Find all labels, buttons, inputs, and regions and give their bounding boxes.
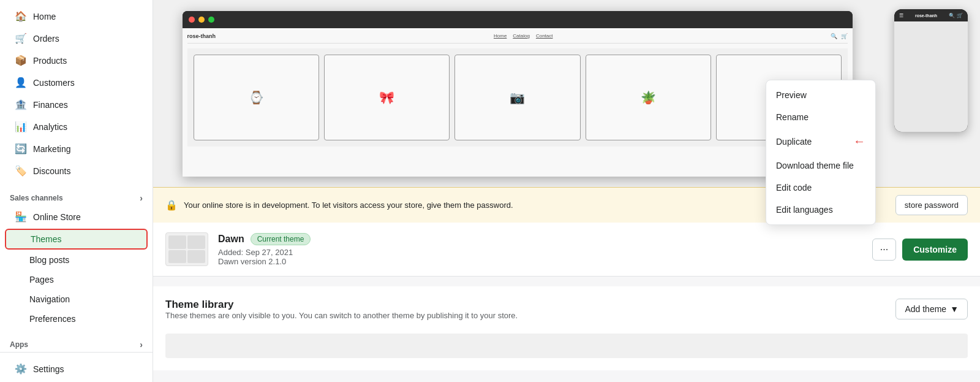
main-nav: 🏠 Home 🛒 Orders 📦 Products 👤 Customers 🏦…: [0, 0, 153, 182]
phone-header: ☰ rose-thanh 🔍 🛒: [894, 9, 968, 21]
site-nav-contact: Contact: [536, 33, 553, 39]
sidebar-item-marketing[interactable]: 🔄 Marketing: [5, 138, 148, 159]
context-menu-preview[interactable]: Preview: [766, 84, 875, 106]
sidebar: 🏠 Home 🛒 Orders 📦 Products 👤 Customers 🏦…: [0, 0, 153, 382]
phone-logo: rose-thanh: [915, 13, 937, 18]
sidebar-subitem-navigation[interactable]: Navigation: [5, 290, 148, 308]
add-theme-button[interactable]: Add theme ▼: [895, 299, 968, 319]
sidebar-item-products[interactable]: 📦 Products: [5, 50, 148, 71]
mock-site-header: rose-thanh Home Catalog Contact 🔍 🛒: [187, 33, 848, 44]
theme-added: Added: Sep 27, 2021: [218, 248, 862, 257]
discounts-icon: 🏷️: [15, 165, 27, 177]
dev-banner-message: Your online store is in development. To …: [184, 201, 513, 210]
sketch-watch: ⌚: [194, 55, 319, 140]
customize-button[interactable]: Customize: [902, 239, 968, 261]
mock-browser: rose-thanh Home Catalog Contact 🔍 🛒: [183, 11, 853, 177]
sidebar-item-settings[interactable]: ⚙️ Settings: [5, 358, 148, 380]
sidebar-item-discounts[interactable]: 🏷️ Discounts: [5, 160, 148, 181]
theme-name-row: Dawn Current theme: [218, 233, 862, 245]
chevron-right-icon[interactable]: ›: [140, 193, 143, 203]
theme-thumbnail: [165, 232, 208, 266]
main-content: rose-thanh Home Catalog Contact 🔍 🛒: [153, 0, 980, 382]
customers-icon: 👤: [15, 77, 27, 88]
site-nav: Home Catalog Contact: [494, 33, 553, 39]
sketched-items: ⌚ 🎀 📷 🪴 💿: [187, 48, 848, 147]
theme-library-title-group: Theme library These themes are only visi…: [165, 299, 518, 330]
theme-library-title: Theme library: [165, 299, 518, 311]
duplicate-arrow: ←: [853, 134, 865, 148]
sidebar-item-customers[interactable]: 👤 Customers: [5, 72, 148, 93]
sketch-camera: 📷: [454, 55, 580, 140]
online-store-icon: 🏪: [15, 211, 27, 223]
sidebar-label-products: Products: [33, 56, 67, 66]
phone-search-icon: 🔍: [949, 13, 955, 18]
context-menu-edit-languages[interactable]: Edit languages: [766, 199, 875, 221]
orders-icon: 🛒: [15, 32, 27, 44]
theme-library-description: These themes are only visible to you. Yo…: [165, 311, 518, 320]
browser-dot-yellow: [198, 17, 205, 23]
store-password-button[interactable]: store password: [895, 195, 968, 215]
sidebar-item-finances[interactable]: 🏦 Finances: [5, 94, 148, 115]
lock-icon: 🔒: [165, 199, 178, 211]
marketing-icon: 🔄: [15, 143, 27, 155]
add-theme-dropdown-icon: ▼: [950, 304, 959, 314]
sidebar-subitem-blog-posts[interactable]: Blog posts: [5, 251, 148, 269]
finances-icon: 🏦: [15, 99, 27, 110]
sales-channels-section: Sales channels ›: [0, 187, 153, 205]
sidebar-subitem-preferences[interactable]: Preferences: [5, 310, 148, 328]
context-menu-edit-code[interactable]: Edit code: [766, 177, 875, 199]
context-menu-download[interactable]: Download theme file: [766, 155, 875, 177]
theme-preview-area: rose-thanh Home Catalog Contact 🔍 🛒: [153, 0, 980, 187]
sidebar-bottom: ⚙️ Settings: [0, 352, 153, 382]
context-menu-duplicate[interactable]: Duplicate ←: [766, 128, 875, 155]
add-theme-label: Add theme: [905, 304, 946, 314]
mobile-preview: ☰ rose-thanh 🔍 🛒: [882, 0, 980, 187]
theme-library: Theme library These themes are only visi…: [153, 286, 980, 370]
more-options-button[interactable]: ···: [872, 239, 896, 261]
current-theme-badge: Current theme: [251, 233, 311, 245]
sidebar-label-discounts: Discounts: [33, 166, 70, 176]
sidebar-label-marketing: Marketing: [33, 144, 70, 154]
phone-content: [894, 21, 968, 132]
sidebar-sublabel-navigation: Navigation: [29, 294, 70, 304]
current-theme-row: Dawn Current theme Added: Sep 27, 2021 D…: [153, 223, 980, 277]
products-icon: 📦: [15, 55, 27, 66]
apps-chevron-icon[interactable]: ›: [140, 340, 143, 350]
theme-info: Dawn Current theme Added: Sep 27, 2021 D…: [218, 233, 862, 266]
home-icon: 🏠: [15, 10, 27, 22]
phone-menu-icon: ☰: [899, 13, 903, 18]
sidebar-label-online-store: Online Store: [33, 212, 81, 222]
browser-content: rose-thanh Home Catalog Contact 🔍 🛒: [183, 28, 853, 177]
sketch-pot: 🪴: [586, 55, 711, 140]
sidebar-subitem-themes[interactable]: Themes: [5, 229, 148, 250]
settings-icon: ⚙️: [15, 363, 27, 375]
sidebar-label-analytics: Analytics: [33, 122, 67, 132]
sidebar-item-home[interactable]: 🏠 Home: [5, 6, 148, 27]
site-nav-home: Home: [494, 33, 507, 39]
mock-phone: ☰ rose-thanh 🔍 🛒: [894, 9, 968, 132]
sidebar-sublabel-blog-posts: Blog posts: [29, 255, 69, 265]
sidebar-sublabel-pages: Pages: [29, 275, 54, 285]
browser-dot-green: [208, 17, 214, 23]
sales-channels-label: Sales channels: [10, 194, 63, 202]
site-icons: 🔍 🛒: [831, 33, 848, 39]
sidebar-label-customers: Customers: [33, 78, 75, 88]
analytics-icon: 📊: [15, 121, 27, 132]
theme-library-header: Theme library These themes are only visi…: [165, 299, 968, 330]
sketch-bow: 🎀: [324, 55, 450, 140]
search-icon: 🔍: [831, 33, 837, 39]
sidebar-label-orders: Orders: [33, 34, 59, 44]
phone-cart-icon: 🛒: [957, 13, 963, 18]
site-nav-catalog: Catalog: [513, 33, 530, 39]
browser-dot-red: [189, 17, 195, 23]
theme-name: Dawn: [218, 234, 244, 245]
sidebar-item-online-store[interactable]: 🏪 Online Store: [5, 206, 148, 227]
phone-icons: 🔍 🛒: [949, 13, 963, 18]
sidebar-item-analytics[interactable]: 📊 Analytics: [5, 116, 148, 137]
sidebar-subitem-pages[interactable]: Pages: [5, 270, 148, 289]
site-hero: ⌚ 🎀 📷 🪴 💿: [187, 48, 848, 147]
context-menu-rename[interactable]: Rename: [766, 106, 875, 128]
site-logo: rose-thanh: [187, 33, 216, 39]
theme-library-placeholder: [165, 334, 968, 358]
sidebar-item-orders[interactable]: 🛒 Orders: [5, 28, 148, 49]
